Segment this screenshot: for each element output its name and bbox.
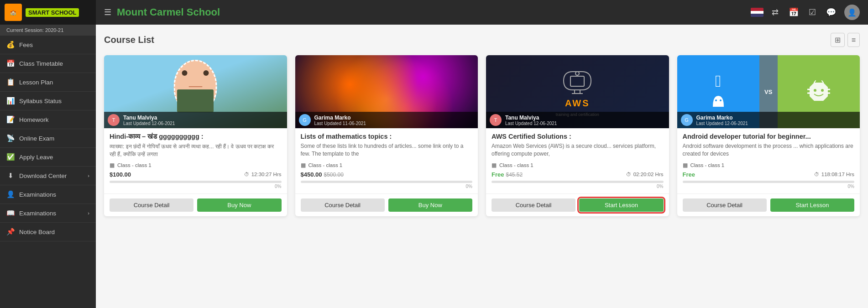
course-detail-button[interactable]: Course Detail [301, 198, 385, 212]
svg-point-5 [715, 99, 717, 101]
sidebar-item-syllabus-status[interactable]: 📊 Syllabus Status [0, 92, 96, 110]
author-info: Garima Marko Last Updated 12-06-2021 [696, 115, 748, 126]
course-duration: ⏱ 02:20:02 Hrs [626, 172, 664, 177]
course-detail-button[interactable]: Course Detail [683, 198, 767, 212]
download-icon: ⬇ [6, 172, 15, 180]
price-group: $100.00 [110, 171, 131, 178]
whatsapp-icon[interactable]: 💬 [824, 5, 838, 19]
start-lesson-button[interactable]: Start Lesson [770, 198, 854, 212]
author-name: Garima Marko [696, 115, 748, 121]
lesson-icon: 📋 [6, 78, 15, 86]
courses-grid: T Tanu Malviya Last Updated 12-06-2021 H… [104, 55, 860, 216]
sidebar-item-online-exam[interactable]: 📡 Online Exam [0, 129, 96, 148]
course-title: Android developer tutorial for beginner.… [683, 133, 855, 140]
sidebar-item-download-center[interactable]: ⬇ Download Center › [0, 167, 96, 185]
table-icon: ▦ [110, 162, 115, 168]
sidebar-item-attendance[interactable]: 👤 Examinations [0, 185, 96, 204]
table-icon: ▦ [492, 162, 497, 168]
author-bar: T Tanu Malviya Last Updated 12-06-2021 [104, 112, 287, 128]
table-icon: ▦ [683, 162, 688, 168]
attendance-icon: 👤 [6, 190, 15, 198]
transfer-icon[interactable]: ⇄ [770, 5, 780, 19]
author-avatar: G [299, 114, 311, 126]
card-image: T Tanu Malviya Last Updated 12-06-2021 [104, 55, 287, 128]
card-image: G Garima Marko Last Updated 11-06-2021 [295, 55, 478, 128]
sidebar-item-homework[interactable]: 📝 Homework [0, 110, 96, 129]
chevron-right-icon: › [88, 173, 89, 178]
clock-icon: ⏱ [814, 172, 820, 177]
buy-now-button[interactable]: Buy Now [197, 198, 281, 212]
course-description: Amazon Web Services (AWS) is a secure cl… [492, 142, 664, 158]
sidebar-item-label: Notice Board [19, 229, 55, 235]
sidebar-item-fees[interactable]: 💰 Fees [0, 36, 96, 54]
homework-icon: 📝 [6, 115, 15, 124]
sidebar-item-class-timetable[interactable]: 📅 Class Timetable [0, 54, 96, 73]
last-updated: Last Updated 12-06-2021 [505, 121, 557, 126]
start-lesson-button[interactable]: Start Lesson [579, 198, 663, 212]
author-avatar: T [490, 114, 502, 126]
course-price-old: $500.00 [324, 172, 344, 178]
sidebar-item-label: Download Center [19, 172, 67, 179]
sidebar: 🏫 SMART SCHOOL Current Session: 2020-21 … [0, 0, 96, 308]
sidebar-item-notice-board[interactable]: 📌 Notice Board [0, 223, 96, 241]
exam-icon: 📡 [6, 134, 15, 142]
course-price: $450.00 [301, 171, 322, 178]
last-updated: Last Updated 11-06-2021 [314, 121, 366, 126]
session-label: Current Session: 2020-21 [0, 25, 96, 36]
last-updated: Last Updated 12-06-2021 [696, 121, 748, 126]
svg-line-14 [822, 81, 823, 83]
course-title: AWS Certified Solutions : [492, 133, 664, 140]
sidebar-header: 🏫 SMART SCHOOL [0, 0, 96, 25]
course-card-aws: AWS training and certification T Tanu Ma… [486, 55, 669, 216]
course-detail-button[interactable]: Course Detail [110, 198, 193, 212]
school-name: Mount Carmel School [117, 6, 745, 18]
tasks-icon[interactable]: ☑ [807, 5, 818, 19]
sidebar-item-examinations[interactable]: 📖 Examinations › [0, 204, 96, 223]
price-row: $450.00$500.00 [301, 171, 473, 178]
course-card-math: G Garima Marko Last Updated 11-06-2021 L… [295, 55, 478, 216]
author-avatar: G [681, 114, 693, 126]
course-meta: ▦ Class - class 1 [492, 162, 664, 168]
price-group: $450.00$500.00 [301, 171, 344, 178]
chevron-right-icon: › [88, 210, 89, 216]
sidebar-item-label: Examinations [19, 191, 56, 198]
calendar-icon[interactable]: 📅 [787, 5, 800, 19]
sidebar-item-label: Apply Leave [19, 154, 53, 161]
course-price: Free [683, 171, 695, 178]
sidebar-item-lesson-plan[interactable]: 📋 Lesson Plan [0, 73, 96, 92]
examinations-icon: 📖 [6, 209, 15, 217]
sidebar-item-label: Fees [19, 42, 33, 48]
progress-bar [110, 181, 282, 183]
price-group: Free$45.52 [492, 171, 523, 178]
card-actions: Course Detail Buy Now [295, 193, 478, 216]
svg-rect-0 [570, 76, 584, 86]
progress-label: 0% [110, 184, 282, 189]
flag-icon[interactable] [751, 8, 763, 17]
logo-text: SMART SCHOOL [26, 8, 79, 17]
course-title: Hindi-काव्य – खंड gggggggggg : [110, 133, 282, 141]
course-description: Android software development is the proc… [683, 142, 855, 158]
progress-label: 0% [683, 184, 855, 189]
price-row: Free ⏱ 118:08:17 Hrs [683, 171, 855, 178]
syllabus-icon: 📊 [6, 97, 15, 105]
course-list-header: Course List ⊞ ≡ [104, 33, 860, 47]
user-avatar[interactable]: 👤 [844, 5, 860, 20]
author-bar: T Tanu Malviya Last Updated 12-06-2021 [486, 112, 669, 128]
sidebar-item-label: Syllabus Status [19, 98, 62, 104]
course-class: Class - class 1 [309, 162, 343, 168]
hamburger-icon[interactable]: ☰ [104, 7, 111, 17]
author-name: Tanu Malviya [123, 115, 175, 121]
card-actions: Course Detail Start Lesson [677, 193, 860, 216]
sidebar-item-apply-leave[interactable]: ✅ Apply Leave [0, 148, 96, 167]
fees-icon: 💰 [6, 41, 15, 49]
author-name: Garima Marko [314, 115, 366, 121]
grid-view-button[interactable]: ⊞ [831, 33, 845, 47]
course-detail-button[interactable]: Course Detail [492, 198, 575, 212]
course-title: Lists of mathematics topics : [301, 133, 473, 140]
card-image: AWS training and certification T Tanu Ma… [486, 55, 669, 128]
author-name: Tanu Malviya [505, 115, 557, 121]
list-view-button[interactable]: ≡ [847, 33, 860, 47]
buy-now-button[interactable]: Buy Now [388, 198, 472, 212]
notice-icon: 📌 [6, 228, 15, 236]
progress-bar [301, 181, 473, 183]
